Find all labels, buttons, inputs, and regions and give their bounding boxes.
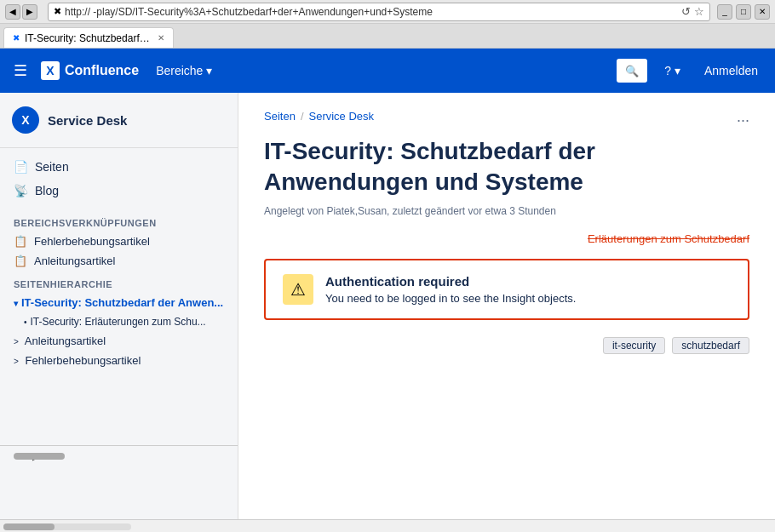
tag-schutzbedarf[interactable]: schutzbedarf <box>672 337 749 354</box>
anmelden-label: Anmelden <box>704 64 758 77</box>
bereiche-button[interactable]: Bereiche ▾ <box>149 60 219 81</box>
breadcrumb-service-desk-link[interactable]: Service Desk <box>309 110 375 123</box>
toggle-fehlerbehebungsartikel-icon: > <box>14 357 19 366</box>
help-label: ? <box>664 64 671 77</box>
bereiche-label: Bereiche <box>156 64 203 77</box>
authentication-required-box: ⚠ Authentication required You need to be… <box>264 259 749 320</box>
close-button[interactable]: ✕ <box>755 4 770 20</box>
maximize-button[interactable]: □ <box>736 4 751 20</box>
seiten-icon: 📄 <box>14 160 28 174</box>
hierarchy-item-fehlerbehebungsartikel[interactable]: > Fehlerbehebungsartikel <box>0 351 238 370</box>
hierarchy-item-anleitungsartikel[interactable]: > Anleitungsartikel <box>0 331 238 351</box>
address-favicon: ✖ <box>54 6 61 17</box>
forward-button[interactable]: ▶ <box>22 4 37 20</box>
help-chevron-icon: ▾ <box>675 64 680 77</box>
help-button[interactable]: ? ▾ <box>657 60 687 81</box>
bottom-scrollbar[interactable] <box>3 523 131 530</box>
confluence-x-icon: X <box>41 61 60 80</box>
seitenhierarchie-label: SEITENHIERARCHIE <box>0 271 238 293</box>
active-tab[interactable]: ✖ IT-Security: Schutzbedarf d... ✕ <box>3 27 174 48</box>
browser-chrome: ◀ ▶ ✖ http:// -play/SD/IT-Security%3A+Sc… <box>0 0 775 49</box>
confluence-header: ☰ X Confluence Bereiche ▾ 🔍 ? ▾ Anmelden <box>0 49 775 93</box>
warning-icon: ⚠ <box>290 279 306 300</box>
anleitungsartikel-link-top[interactable]: 📋 Anleitungsartikel <box>0 251 238 271</box>
sidebar-scrollbar-thumb <box>14 453 65 460</box>
fehlerbehebungsartikel-link-top[interactable]: 📋 Fehlerbehebungsartikel <box>0 232 238 251</box>
app-layout: X Service Desk 📄 Seiten 📡 Blog BEREICHSV… <box>0 93 775 519</box>
address-url: http:// -play/SD/IT-Security%3A+Schutzbe… <box>65 6 676 18</box>
browser-nav-buttons: ◀ ▶ <box>5 4 37 20</box>
confluence-logo: X Confluence <box>41 61 139 80</box>
main-content: Seiten / Service Desk ··· IT-Security: S… <box>238 93 775 519</box>
hierarchy-item-erlaeuterungen[interactable]: •IT-Security: Erläuterungen zum Schu... <box>0 312 238 331</box>
address-bar[interactable]: ✖ http:// -play/SD/IT-Security%3A+Schutz… <box>48 3 710 21</box>
refresh-button[interactable]: ↺ <box>681 5 691 18</box>
bottom-scrollbar-bar <box>0 519 775 532</box>
erlaeuterungen-link[interactable]: Erläuterungen zum Schutzbedarf <box>264 232 749 245</box>
page-meta: Angelegt von Piatek,Susan, zuletzt geänd… <box>264 205 749 217</box>
bottom-scrollbar-thumb <box>3 523 55 530</box>
blog-icon: 📡 <box>14 184 28 197</box>
page-title: IT-Security: Schutzbedarf der Anwendunge… <box>264 136 749 198</box>
star-button[interactable]: ☆ <box>694 5 704 18</box>
auth-title: Authentication required <box>325 274 576 289</box>
tab-title: IT-Security: Schutzbedarf d... <box>25 32 152 44</box>
anleitungsartikel-label-top: Anleitungsartikel <box>34 255 115 267</box>
tags-row: it-security schutzbedarf <box>264 337 749 354</box>
window-controls: _ □ ✕ <box>717 4 770 20</box>
sidebar-header: X Service Desk <box>0 93 238 148</box>
anmelden-button[interactable]: Anmelden <box>698 60 765 81</box>
breadcrumb-separator: / <box>301 110 304 123</box>
breadcrumb: Seiten / Service Desk <box>264 110 374 123</box>
sidebar-nav: 📄 Seiten 📡 Blog <box>0 148 238 209</box>
more-actions-button[interactable]: ··· <box>737 112 749 129</box>
bereiche-chevron-icon: ▾ <box>206 64 212 77</box>
back-button[interactable]: ◀ <box>5 4 20 20</box>
fehlerbehebung-icon: 📋 <box>14 235 27 248</box>
tab-close-button[interactable]: ✕ <box>158 33 164 43</box>
bereichsverknuepfungen-label: BEREICHSVERKNÜPFUNGEN <box>0 209 238 232</box>
tab-favicon: ✖ <box>13 33 20 43</box>
auth-body: You need to be logged in to see the Insi… <box>325 292 576 305</box>
breadcrumb-seiten-link[interactable]: Seiten <box>264 110 296 123</box>
hamburger-menu-button[interactable]: ☰ <box>10 58 31 83</box>
sidebar-item-seiten[interactable]: 📄 Seiten <box>0 155 238 179</box>
auth-text-block: Authentication required You need to be l… <box>325 274 576 305</box>
anleitungsartikel-icon: 📋 <box>14 255 27 267</box>
sidebar: X Service Desk 📄 Seiten 📡 Blog BEREICHSV… <box>0 93 238 519</box>
warning-icon-wrap: ⚠ <box>283 274 313 305</box>
toggle-itsecurity-icon: ▾ <box>14 299 18 308</box>
confluence-logo-text: Confluence <box>65 63 139 78</box>
tag-itsecurity[interactable]: it-security <box>603 337 665 354</box>
toggle-anleitungsartikel-icon: > <box>14 337 19 346</box>
seiten-label: Seiten <box>35 160 69 174</box>
fehlerbehebungsartikel-label-top: Fehlerbehebungsartikel <box>34 235 150 248</box>
sidebar-item-blog[interactable]: 📡 Blog <box>0 179 238 203</box>
sidebar-title: Service Desk <box>48 113 127 128</box>
minimize-button[interactable]: _ <box>717 4 732 20</box>
search-button[interactable]: 🔍 <box>617 59 647 83</box>
sidebar-logo: X <box>12 106 39 134</box>
new-tab-area <box>177 29 245 48</box>
browser-titlebar: ◀ ▶ ✖ http:// -play/SD/IT-Security%3A+Sc… <box>0 0 775 24</box>
browser-tabbar: ✖ IT-Security: Schutzbedarf d... ✕ <box>0 24 775 48</box>
toggle-erlaeuterungen-icon: • <box>24 317 27 327</box>
blog-label: Blog <box>35 184 59 197</box>
hierarchy-item-itsecurity[interactable]: ▾IT-Security: Schutzbedarf der Anwen... <box>0 293 238 312</box>
